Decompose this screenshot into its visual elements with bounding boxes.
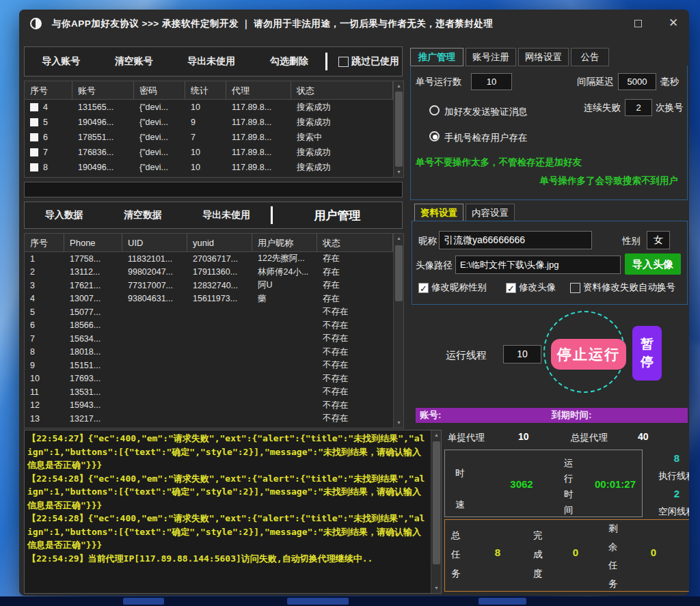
stop-run-button[interactable]: 停止运行: [551, 339, 626, 370]
clear-accounts-button[interactable]: 清空账号: [115, 55, 153, 68]
cell-id: 3: [25, 281, 64, 290]
scroll-up-icon[interactable]: ▲: [394, 81, 404, 91]
table-row[interactable]: 1415889...不存在: [25, 426, 393, 429]
table-row[interactable]: 413007...93804631...15611973...藥存在: [25, 292, 393, 306]
tab-promotion[interactable]: 推广管理: [410, 48, 463, 66]
table-row[interactable]: 7176836...{"devi...10117.89.8...搜索成功: [25, 145, 393, 160]
table-row[interactable]: 1215943...不存在: [25, 399, 393, 413]
taskbar-item[interactable]: [123, 598, 164, 605]
close-icon[interactable]: ✕: [669, 16, 678, 30]
row-checkbox[interactable]: [30, 133, 38, 141]
scroll-up-icon[interactable]: ▲: [394, 234, 404, 243]
user-management-button[interactable]: 用户管理: [273, 208, 402, 223]
users-table[interactable]: 序号PhoneUIDyunid用户昵称状态 117758...11832101.…: [24, 233, 404, 428]
column-header: 账号: [72, 81, 134, 99]
accounts-table[interactable]: 序号账号密码统计代理状态 4131565...{"devi...10117.89…: [24, 81, 404, 178]
search-input[interactable]: [24, 182, 403, 197]
run-count-label: 单号运行数: [416, 76, 462, 88]
scrollbar-thumb[interactable]: [433, 441, 440, 564]
scrollbar-thumb[interactable]: [395, 245, 403, 301]
table-row[interactable]: 818018...不存在: [25, 346, 393, 359]
table-row[interactable]: 317621...77317007...12832740...阿U存在: [25, 279, 393, 292]
tab-register[interactable]: 账号注册: [466, 48, 516, 66]
table-row[interactable]: 1113531...不存在: [25, 385, 393, 399]
main-tabs: 推广管理账号注册网络设置公告: [410, 48, 609, 66]
radio-phone-check-exist[interactable]: [429, 131, 440, 141]
scroll-down-icon[interactable]: ▼: [394, 418, 404, 428]
cell-id: 6: [25, 133, 72, 142]
nick-input[interactable]: 引流微ya66666666: [439, 231, 592, 249]
column-header: Phone: [64, 234, 122, 251]
cell-account: 190496...: [72, 118, 134, 127]
taskbar-item[interactable]: [479, 598, 526, 605]
thread-count-input[interactable]: 10: [503, 345, 541, 363]
scrollbar-thumb[interactable]: [395, 92, 403, 167]
scroll-down-icon[interactable]: ▼: [431, 583, 442, 593]
tab-content-settings[interactable]: 内容设置: [466, 204, 515, 221]
table-row[interactable]: 213112...99802047...17911360...林师傅24小...…: [25, 266, 393, 279]
radio-add-friend-verify[interactable]: [429, 105, 440, 115]
table-row[interactable]: 8190496...{"devi...10117.89.8...搜索成功: [25, 160, 393, 175]
clear-data-button[interactable]: 清空数据: [124, 209, 162, 221]
table-row[interactable]: 5190496...{"devi...9117.89.8...搜索成功: [25, 115, 393, 130]
tab-network[interactable]: 网络设置: [518, 48, 569, 66]
thread-count-label: 运行线程: [446, 349, 487, 362]
row-checkbox[interactable]: [30, 163, 38, 171]
import-avatar-button[interactable]: 导入头像: [625, 253, 681, 275]
skip-used-checkbox[interactable]: 跳过已使用: [338, 55, 399, 68]
warning-text-2: 单号操作多了会导致搜索不到用户: [540, 175, 679, 187]
import-accounts-button[interactable]: 导入账号: [42, 55, 80, 68]
column-header: 统计: [185, 81, 226, 99]
maximize-icon[interactable]: [634, 20, 642, 27]
export-unused-data-button[interactable]: 导出未使用: [202, 209, 250, 221]
checkbox-icon[interactable]: ✓: [506, 283, 516, 293]
avatar-path-input[interactable]: E:\临时文件下载\头像.jpg: [455, 256, 621, 274]
scroll-up-icon[interactable]: ▲: [431, 430, 442, 440]
checkbox-modify-nick-gender[interactable]: ✓修改昵称性别: [418, 281, 487, 294]
table-row[interactable]: 4131565...{"devi...10117.89.8...搜索成功: [25, 100, 393, 115]
cell-password: {"devi...: [134, 148, 185, 157]
checkbox-auto-switch-on-fail[interactable]: 资料修改失败自动换号: [570, 281, 675, 294]
table-row[interactable]: 515077...不存在: [25, 305, 393, 319]
table-row[interactable]: 618566...不存在: [25, 319, 393, 333]
table-row[interactable]: 1017693...不存在: [25, 372, 393, 386]
exec-threads-label: 执行线程: [645, 467, 689, 485]
delay-input[interactable]: 5000: [618, 73, 656, 90]
cell-status: 不存在: [317, 373, 393, 385]
checkbox-icon[interactable]: [338, 57, 349, 67]
pause-button[interactable]: 暂 停: [632, 326, 662, 381]
row-checkbox[interactable]: [30, 118, 38, 126]
table-row[interactable]: 6178551...{"devi...7117.89.8...搜索中: [25, 130, 393, 145]
row-checkbox[interactable]: [30, 148, 38, 156]
cell-id: 8: [25, 347, 64, 357]
scroll-down-icon[interactable]: ▼: [394, 167, 404, 177]
run-count-input[interactable]: 10: [471, 73, 512, 90]
tab-notice[interactable]: 公告: [571, 48, 609, 66]
import-data-button[interactable]: 导入数据: [45, 209, 83, 221]
gender-input[interactable]: 女: [647, 231, 670, 249]
cell-yunid: 15611973...: [187, 294, 252, 303]
export-unused-button[interactable]: 导出未使用: [187, 55, 235, 68]
table-row[interactable]: 1313217...不存在: [25, 412, 393, 426]
single-proxy-value: 10: [518, 431, 529, 442]
table-row[interactable]: 715634...不存在: [25, 332, 393, 346]
fail-count-input[interactable]: 2: [625, 99, 652, 116]
table-row[interactable]: 915151...不存在: [25, 359, 393, 372]
title-bar[interactable]: 与你APP加好友协议 >>> 承接软件定制开发 ｜ 请勿用于非法用途，一切后果与…: [19, 10, 689, 38]
table-row[interactable]: 117758...11832101...27036717...122先擦阿...…: [25, 252, 393, 266]
log-output[interactable]: 【22:54:27】{"ec":400,"em":"请求失败","ext":{"…: [24, 430, 442, 594]
cell-phone: 15889...: [64, 427, 122, 428]
row-checkbox[interactable]: [30, 103, 38, 111]
taskbar[interactable]: [0, 596, 700, 606]
accounts-table-scrollbar[interactable]: ▲ ▼: [393, 81, 403, 177]
cell-phone: 17693...: [64, 374, 122, 383]
users-table-scrollbar[interactable]: ▲ ▼: [393, 234, 403, 428]
tab-profile-settings[interactable]: 资料设置: [414, 204, 463, 221]
taskbar-item[interactable]: [287, 598, 349, 605]
log-scrollbar[interactable]: ▲ ▼: [431, 430, 441, 593]
checkbox-modify-avatar[interactable]: ✓修改头像: [506, 281, 556, 294]
column-header: 序号: [25, 81, 72, 99]
checkbox-icon[interactable]: [570, 283, 580, 293]
checkbox-icon[interactable]: ✓: [418, 283, 429, 293]
check-delete-button[interactable]: 勾选删除: [270, 55, 308, 68]
